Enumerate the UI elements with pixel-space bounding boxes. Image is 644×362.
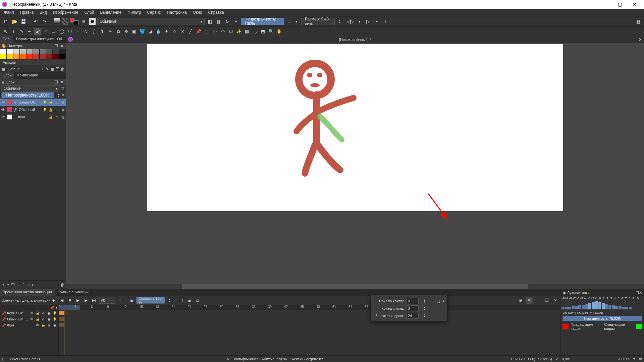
- palette-swatch[interactable]: [0, 49, 7, 54]
- frame-number-field[interactable]: # 0: [99, 297, 115, 304]
- onion-icon[interactable]: ◉: [47, 311, 51, 315]
- opacity-menu-icon[interactable]: ▾: [292, 18, 300, 25]
- lock-icon[interactable]: 🔒: [48, 108, 53, 112]
- speed-field[interactable]: Скорость:100 %: [136, 297, 165, 304]
- palette-swatch[interactable]: [26, 54, 33, 59]
- onion-opacity-bars[interactable]: [560, 301, 644, 309]
- onion-saturation-slider[interactable]: Насыщенность: 75,00%: [562, 316, 642, 321]
- pin-all-icon[interactable]: 📌: [50, 306, 54, 309]
- palette-swatch[interactable]: [13, 54, 20, 59]
- palette-add-icon[interactable]: ＋: [40, 66, 44, 72]
- play-icon[interactable]: ▶: [74, 297, 81, 304]
- layer-tab-compositions[interactable]: Композиции: [15, 72, 41, 79]
- mirror-h-menu[interactable]: ▾: [356, 18, 363, 25]
- open-button[interactable]: 📂: [11, 18, 18, 25]
- workspace-chooser-icon[interactable]: ▦: [635, 18, 642, 25]
- tool-smart-patch[interactable]: ✧: [171, 28, 178, 35]
- bulb-icon[interactable]: 💡: [52, 311, 57, 315]
- palette-swatch[interactable]: [7, 54, 13, 59]
- onion-toggle-icon[interactable]: ◉: [517, 297, 524, 304]
- alpha-icon[interactable]: α: [41, 317, 46, 321]
- canvas-hscroll[interactable]: [66, 284, 644, 289]
- onion-icon[interactable]: ◉: [52, 323, 57, 327]
- layer-opacity-slider[interactable]: Непрозрачность: 100%: [1, 92, 54, 98]
- document-close-icon[interactable]: ✕: [639, 37, 642, 42]
- layer-visibility-icon[interactable]: 👁: [1, 115, 5, 119]
- undo-button[interactable]: ↶: [32, 18, 40, 25]
- palette-delete-icon[interactable]: 🗑: [60, 67, 64, 71]
- menu-view[interactable]: Вид: [37, 9, 50, 15]
- palette-swatch[interactable]: [53, 54, 59, 59]
- clip-start-stepper[interactable]: ▴▾: [423, 299, 427, 303]
- reload-preset-icon[interactable]: ↻: [223, 18, 231, 25]
- inherit-alpha-icon[interactable]: ▦: [60, 101, 65, 104]
- zoom-dropdown-icon[interactable]: ▾: [633, 357, 635, 361]
- status-zoom[interactable]: 200,0%: [618, 357, 630, 361]
- eye-icon[interactable]: 👁: [30, 311, 34, 315]
- tool-fill[interactable]: 🪣: [139, 28, 146, 35]
- layer-tab-layers[interactable]: Слои: [0, 72, 15, 79]
- layer-visibility-icon[interactable]: 👁: [1, 108, 5, 112]
- stop-icon[interactable]: ■: [66, 297, 73, 304]
- tool-assistant[interactable]: ✕: [179, 28, 186, 35]
- opacity-stepper[interactable]: ▴▾: [287, 19, 291, 23]
- onion-next-color[interactable]: [636, 324, 642, 329]
- menu-file[interactable]: Файл: [1, 9, 17, 15]
- palette-grid-icon[interactable]: ▦: [50, 67, 54, 71]
- eye-icon[interactable]: 👁: [30, 317, 34, 321]
- eye-icon[interactable]: 👁: [35, 323, 40, 327]
- menu-image[interactable]: Изображение: [50, 9, 81, 15]
- blend-mode-combo[interactable]: Обычный▾: [97, 18, 205, 25]
- drop-frames-icon[interactable]: ▣: [128, 297, 135, 304]
- palette-swatch[interactable]: [7, 49, 13, 54]
- palette-swatch[interactable]: [46, 49, 53, 54]
- palette-close-button[interactable]: ✕: [59, 44, 64, 48]
- dock-tab-tool-options[interactable]: Параметры инструмен...: [13, 36, 54, 43]
- tool-polyline[interactable]: 〰: [74, 28, 81, 35]
- tool-multibrush[interactable]: ✳: [107, 28, 113, 35]
- skip-start-icon[interactable]: ⏮: [50, 297, 57, 304]
- layer-duplicate-icon[interactable]: ❐: [11, 283, 15, 287]
- tool-crop[interactable]: ⧉: [115, 28, 121, 35]
- pattern-swatch[interactable]: [62, 18, 68, 25]
- layer-filter-icon[interactable]: ▽: [61, 86, 64, 91]
- palette-swatch[interactable]: [46, 54, 53, 59]
- timeline-tab-timeline[interactable]: Временная шкала анимации: [0, 289, 55, 296]
- tool-pattern-edit[interactable]: ✦: [163, 28, 170, 35]
- tool-edit-shapes[interactable]: ✎: [18, 28, 25, 35]
- tool-move[interactable]: ✥: [123, 28, 129, 35]
- tool-line[interactable]: ／: [42, 28, 49, 35]
- lock-icon[interactable]: 🔒: [41, 323, 46, 327]
- mirror-h-icon[interactable]: ◁▷: [347, 18, 354, 25]
- new-doc-button[interactable]: 🗋: [2, 18, 9, 25]
- timeline-layer-row[interactable]: 📌Обычный слой ...👁🔒α◉💡: [0, 316, 58, 322]
- tool-select-contig[interactable]: ✨: [235, 28, 242, 35]
- fps-stepper[interactable]: ▴▾: [423, 314, 427, 318]
- mirror-v-icon[interactable]: ▷: [364, 18, 372, 25]
- speed-stepper[interactable]: ▴▾: [168, 298, 172, 302]
- alpha-icon[interactable]: α: [47, 323, 51, 327]
- tool-measure[interactable]: ╱: [187, 28, 194, 35]
- tool-select-ellipse[interactable]: ◌: [211, 28, 218, 35]
- layer-add-icon[interactable]: ＋: [1, 282, 5, 288]
- bulb-icon[interactable]: 💡: [52, 317, 57, 321]
- mirror-v-menu[interactable]: ▾: [373, 18, 380, 25]
- pin-icon[interactable]: 📌: [1, 323, 6, 327]
- remove-frame-icon[interactable]: ⧉: [194, 297, 201, 304]
- zoom-fit-icon[interactable]: ▭: [639, 357, 642, 361]
- onion-float-button[interactable]: ❐: [636, 291, 639, 295]
- alpha-lock-icon[interactable]: ▦: [215, 18, 222, 25]
- timeline-layer-row[interactable]: 📌Копия Обычный...👁🔒α◉💡: [0, 310, 58, 316]
- tool-rect[interactable]: ▭: [50, 28, 57, 35]
- alpha-icon[interactable]: α: [41, 311, 46, 315]
- wrap-icon[interactable]: ⟂: [382, 18, 389, 25]
- tool-freehand-brush[interactable]: 🖌: [34, 28, 41, 35]
- layer-opacity-stepper[interactable]: ▴▾: [57, 93, 61, 97]
- palette-swatch[interactable]: [33, 49, 40, 54]
- frame-stepper[interactable]: ▴▾: [118, 298, 122, 302]
- pin-icon[interactable]: 📌: [1, 317, 6, 321]
- menu-edit[interactable]: Правка: [17, 9, 37, 15]
- inherit-alpha-icon[interactable]: ▦: [60, 115, 65, 119]
- layers-close-button[interactable]: ✕: [59, 80, 64, 84]
- auto-key-icon[interactable]: ▢: [437, 299, 440, 303]
